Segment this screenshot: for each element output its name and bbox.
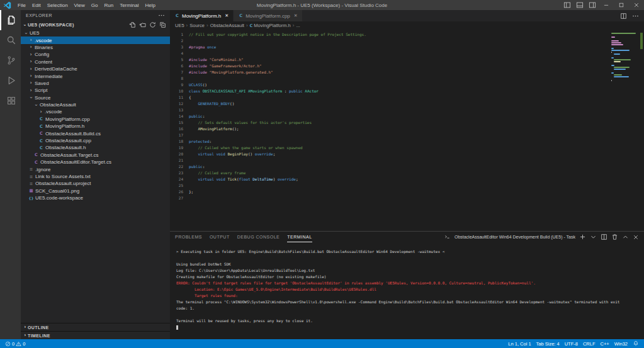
tree-item-source[interactable]: ›Source	[21, 94, 170, 101]
split-terminal-icon[interactable]	[601, 233, 607, 240]
status-indentation[interactable]: Tab Size: 4	[536, 341, 560, 347]
tree-item-.vscode[interactable]: ›.vscode	[21, 36, 170, 43]
activity-extensions[interactable]	[0, 91, 21, 111]
tree-item-label: Saved	[35, 81, 49, 86]
status-eol[interactable]: CRLF	[583, 341, 596, 347]
chevron-right-icon: ›	[28, 81, 33, 86]
tree-item-obstacleassault.target.cs[interactable]: CObstacleAssault.Target.cs	[21, 152, 170, 159]
activity-run-debug[interactable]	[0, 70, 21, 91]
menu-view[interactable]: View	[71, 0, 88, 10]
minimap-line	[614, 74, 622, 76]
section-timeline[interactable]: ›TIMELINE	[21, 331, 170, 339]
tree-item-ue5.code-workspace[interactable]: {}UE5.code-workspace	[21, 194, 170, 201]
tab-movingplatform.cpp[interactable]: CMovingPlatform.cpp✕	[234, 10, 303, 21]
panel-tab-debug-console[interactable]: DEBUG CONSOLE	[237, 232, 280, 242]
tree-item-obstacleassaulteditor.target.cs[interactable]: CObstacleAssaultEditor.Target.cs	[21, 159, 170, 166]
workspace-section-header[interactable]: › UE5 (WORKSPACE)	[21, 20, 170, 30]
breadcrumb-item-source[interactable]: Source	[189, 23, 205, 28]
activity-explorer[interactable]	[0, 10, 21, 30]
tree-item-binaries[interactable]: ›Binaries	[21, 44, 170, 51]
minimize-icon[interactable]	[599, 0, 614, 10]
close-icon[interactable]: ✕	[225, 13, 229, 18]
layout-sidebar-icon[interactable]	[561, 0, 573, 10]
refresh-icon[interactable]	[149, 21, 156, 28]
problems-status[interactable]: 0 0	[5, 341, 25, 347]
chevron-down-icon[interactable]	[590, 233, 597, 240]
menu-go[interactable]: Go	[88, 0, 101, 10]
more-icon[interactable]	[632, 13, 639, 20]
menu-file[interactable]: File	[14, 0, 29, 10]
workbench: EXPLORER › UE5 (WORKSPACE) ›UE5›.vscode›…	[0, 10, 644, 339]
layout-secondary-icon[interactable]	[586, 0, 599, 10]
close-icon[interactable]	[633, 234, 639, 240]
breadcrumb[interactable]: UE5›Source›ObstacleAssault›CMovingPlatfo…	[170, 21, 644, 30]
chevron-up-icon[interactable]	[622, 233, 629, 240]
activity-search[interactable]	[0, 30, 21, 50]
menu-terminal[interactable]: Terminal	[116, 0, 142, 10]
panel-tab-output[interactable]: OUTPUT	[210, 232, 230, 242]
menu-help[interactable]: Help	[142, 0, 158, 10]
minimap[interactable]	[610, 30, 639, 231]
line-number: 14	[170, 113, 189, 120]
status-language-mode[interactable]: C++	[601, 341, 609, 347]
minimap-line	[610, 35, 639, 36]
menu-selection[interactable]: Selection	[44, 0, 71, 10]
c-file-icon: C	[174, 13, 180, 18]
tree-item-script[interactable]: ›Script	[21, 87, 170, 94]
new-folder-icon[interactable]	[139, 21, 146, 28]
tree-item-obstacleassault[interactable]: ›ObstacleAssault	[21, 101, 170, 108]
maximize-icon[interactable]	[614, 0, 629, 10]
explorer-more-actions-icon[interactable]	[158, 12, 165, 19]
tab-movingplatform.h[interactable]: CMovingPlatform.h✕	[170, 10, 234, 21]
bell-icon[interactable]	[633, 340, 639, 347]
breadcrumb-item-obstacleassault[interactable]: ObstacleAssault	[210, 23, 244, 28]
close-icon[interactable]	[629, 0, 644, 10]
tree-item-obstacleassault.cpp[interactable]: CObstacleAssault.cpp	[21, 137, 170, 144]
status-platform[interactable]: Win32	[614, 341, 628, 347]
close-icon[interactable]: ✕	[294, 13, 298, 18]
terminal-line: Creating makefile for ObstacleAssaultEdi…	[176, 274, 644, 280]
tree-item-.vscode[interactable]: ›.vscode	[21, 108, 170, 115]
tree-item-obstacleassault.uproject[interactable]: ≡ObstacleAssault.uproject	[21, 180, 170, 187]
new-file-icon[interactable]	[129, 21, 136, 28]
terminal-task-label[interactable]: ObstacleAssaultEditor Win64 Development …	[455, 235, 575, 239]
layout-panel-icon[interactable]	[573, 0, 586, 10]
tree-item-link-to-source-assets.txt[interactable]: ≡Link to Source Assets.txt	[21, 173, 170, 180]
tree-item-ue5[interactable]: ›UE5	[21, 30, 170, 36]
plus-icon[interactable]	[579, 233, 586, 240]
tree-item-obstacleassault.build.cs[interactable]: CObstacleAssault.Build.cs	[21, 130, 170, 137]
menu-edit[interactable]: Edit	[29, 0, 44, 10]
tree-item-movingplatform.h[interactable]: CMovingPlatform.h	[21, 123, 170, 130]
terminal-output[interactable]: > Executing task in folder UE5: Engine\B…	[170, 242, 644, 339]
collapse-all-icon[interactable]	[159, 21, 166, 28]
minimap-line	[611, 80, 612, 81]
status-cursor-position[interactable]: Ln 1, Col 1	[508, 341, 531, 347]
tree-item-content[interactable]: ›Content	[21, 59, 170, 65]
panel-tab-problems[interactable]: PROBLEMS	[175, 232, 202, 242]
activity-source-control[interactable]	[0, 50, 21, 70]
panel-tab-terminal[interactable]: TERMINAL	[287, 232, 312, 242]
tree-item-.ignore[interactable]: ≡.ignore	[21, 166, 170, 172]
menu-run[interactable]: Run	[101, 0, 116, 10]
section-outline[interactable]: ›OUTLINE	[21, 323, 170, 331]
tree-item-deriveddatacache[interactable]: ›DerivedDataCache	[21, 65, 170, 72]
split-editor-icon[interactable]	[620, 13, 627, 20]
tree-item-saved[interactable]: ›Saved	[21, 80, 170, 87]
status-left: 0 0	[5, 341, 25, 347]
code-token: :	[282, 89, 289, 93]
tree-item-sck-casual01.png[interactable]: ▦SCK_Casual01.png	[21, 188, 170, 194]
breadcrumb-item-...[interactable]: ...	[296, 23, 300, 28]
tree-item-obstacleassault.h[interactable]: CObstacleAssault.h	[21, 144, 170, 151]
breadcrumb-item-ue5[interactable]: UE5	[175, 23, 184, 28]
tree-item-movingplatform.cpp[interactable]: CMovingPlatform.cpp	[21, 116, 170, 123]
tree-item-config[interactable]: ›Config	[21, 51, 170, 58]
code-token	[189, 126, 198, 131]
code-token: // Called every frame	[198, 171, 246, 175]
code-token: virtual	[198, 152, 213, 156]
code-editor[interactable]: 1// Fill out your copyright notice in th…	[170, 30, 610, 231]
trash-icon[interactable]	[611, 233, 618, 240]
minimap-line	[611, 57, 614, 59]
tree-item-intermediate[interactable]: ›Intermediate	[21, 72, 170, 79]
breadcrumb-item-movingplatform.h[interactable]: CMovingPlatform.h	[250, 23, 291, 28]
status-encoding[interactable]: UTF-8	[565, 341, 578, 347]
